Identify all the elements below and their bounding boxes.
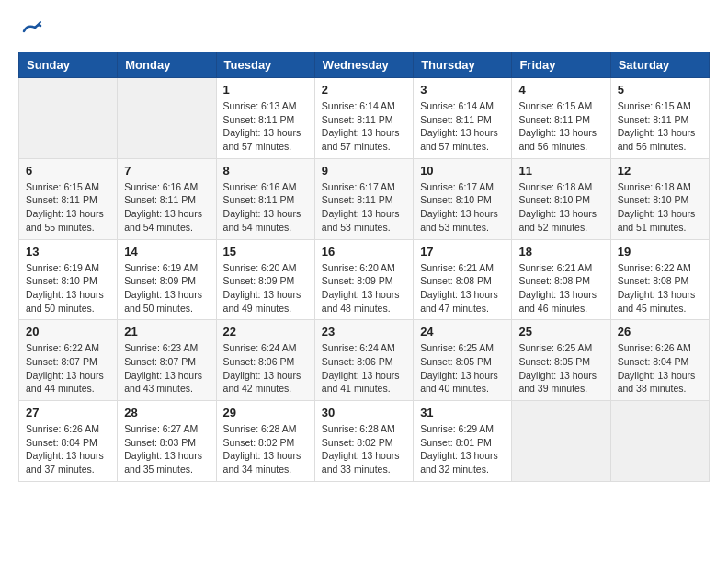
day-info: Sunrise: 6:24 AM Sunset: 8:06 PM Dayligh… (322, 341, 406, 396)
weekday-header: Thursday (414, 52, 512, 78)
day-info: Sunrise: 6:19 AM Sunset: 8:09 PM Dayligh… (124, 261, 209, 316)
day-info: Sunrise: 6:21 AM Sunset: 8:08 PM Dayligh… (518, 261, 603, 316)
calendar-cell: 1Sunrise: 6:13 AM Sunset: 8:11 PM Daylig… (216, 78, 314, 159)
day-info: Sunrise: 6:22 AM Sunset: 8:07 PM Dayligh… (26, 341, 110, 396)
day-number: 4 (518, 83, 603, 97)
day-info: Sunrise: 6:23 AM Sunset: 8:07 PM Dayligh… (124, 341, 209, 396)
day-info: Sunrise: 6:19 AM Sunset: 8:10 PM Dayligh… (26, 261, 110, 316)
day-number: 2 (322, 83, 406, 97)
calendar-cell: 22Sunrise: 6:24 AM Sunset: 8:06 PM Dayli… (216, 320, 314, 401)
day-number: 9 (322, 164, 406, 178)
day-info: Sunrise: 6:15 AM Sunset: 8:11 PM Dayligh… (618, 99, 702, 154)
calendar-cell: 6Sunrise: 6:15 AM Sunset: 8:11 PM Daylig… (19, 158, 118, 239)
calendar-cell: 24Sunrise: 6:25 AM Sunset: 8:05 PM Dayli… (414, 320, 512, 401)
day-number: 1 (223, 83, 308, 97)
day-info: Sunrise: 6:26 AM Sunset: 8:04 PM Dayligh… (26, 422, 110, 477)
day-info: Sunrise: 6:17 AM Sunset: 8:11 PM Dayligh… (322, 180, 406, 235)
day-info: Sunrise: 6:13 AM Sunset: 8:11 PM Dayligh… (223, 99, 308, 154)
day-number: 31 (420, 406, 505, 419)
calendar-cell (512, 401, 610, 482)
calendar-cell: 29Sunrise: 6:28 AM Sunset: 8:02 PM Dayli… (216, 401, 314, 482)
calendar-cell: 30Sunrise: 6:28 AM Sunset: 8:02 PM Dayli… (314, 401, 413, 482)
calendar-cell: 3Sunrise: 6:14 AM Sunset: 8:11 PM Daylig… (414, 78, 512, 159)
day-number: 11 (518, 164, 603, 178)
day-number: 23 (322, 325, 406, 339)
day-info: Sunrise: 6:21 AM Sunset: 8:08 PM Dayligh… (420, 261, 505, 316)
day-info: Sunrise: 6:25 AM Sunset: 8:05 PM Dayligh… (420, 341, 505, 396)
day-info: Sunrise: 6:26 AM Sunset: 8:04 PM Dayligh… (618, 341, 702, 396)
day-number: 17 (420, 245, 505, 259)
calendar-cell: 25Sunrise: 6:25 AM Sunset: 8:05 PM Dayli… (512, 320, 610, 401)
day-info: Sunrise: 6:14 AM Sunset: 8:11 PM Dayligh… (420, 99, 505, 154)
day-number: 20 (26, 325, 110, 339)
day-number: 15 (223, 245, 308, 259)
weekday-header: Wednesday (314, 52, 413, 78)
day-info: Sunrise: 6:24 AM Sunset: 8:06 PM Dayligh… (223, 341, 308, 396)
calendar-week-row: 27Sunrise: 6:26 AM Sunset: 8:04 PM Dayli… (19, 401, 710, 482)
day-number: 5 (618, 83, 702, 97)
logo (18, 18, 42, 37)
calendar-cell: 7Sunrise: 6:16 AM Sunset: 8:11 PM Daylig… (118, 158, 216, 239)
calendar-cell: 9Sunrise: 6:17 AM Sunset: 8:11 PM Daylig… (314, 158, 413, 239)
day-number: 8 (223, 164, 308, 178)
day-info: Sunrise: 6:27 AM Sunset: 8:03 PM Dayligh… (124, 422, 209, 477)
day-info: Sunrise: 6:17 AM Sunset: 8:10 PM Dayligh… (420, 180, 505, 235)
day-number: 28 (124, 406, 209, 419)
calendar-cell: 16Sunrise: 6:20 AM Sunset: 8:09 PM Dayli… (314, 239, 413, 320)
day-number: 12 (618, 164, 702, 178)
day-info: Sunrise: 6:16 AM Sunset: 8:11 PM Dayligh… (223, 180, 308, 235)
day-info: Sunrise: 6:28 AM Sunset: 8:02 PM Dayligh… (322, 422, 406, 477)
day-number: 19 (618, 245, 702, 259)
calendar-cell: 15Sunrise: 6:20 AM Sunset: 8:09 PM Dayli… (216, 239, 314, 320)
calendar-week-row: 6Sunrise: 6:15 AM Sunset: 8:11 PM Daylig… (19, 158, 710, 239)
calendar-table: SundayMondayTuesdayWednesdayThursdayFrid… (18, 52, 710, 482)
calendar-week-row: 13Sunrise: 6:19 AM Sunset: 8:10 PM Dayli… (19, 239, 710, 320)
day-number: 29 (223, 406, 308, 419)
day-info: Sunrise: 6:18 AM Sunset: 8:10 PM Dayligh… (618, 180, 702, 235)
day-info: Sunrise: 6:20 AM Sunset: 8:09 PM Dayligh… (223, 261, 308, 316)
calendar-cell: 26Sunrise: 6:26 AM Sunset: 8:04 PM Dayli… (610, 320, 709, 401)
calendar-cell: 11Sunrise: 6:18 AM Sunset: 8:10 PM Dayli… (512, 158, 610, 239)
calendar-week-row: 20Sunrise: 6:22 AM Sunset: 8:07 PM Dayli… (19, 320, 710, 401)
calendar-cell (118, 78, 216, 159)
calendar-cell: 28Sunrise: 6:27 AM Sunset: 8:03 PM Dayli… (118, 401, 216, 482)
weekday-header: Friday (512, 52, 610, 78)
day-number: 26 (618, 325, 702, 339)
calendar-week-row: 1Sunrise: 6:13 AM Sunset: 8:11 PM Daylig… (19, 78, 710, 159)
calendar-cell: 13Sunrise: 6:19 AM Sunset: 8:10 PM Dayli… (19, 239, 118, 320)
day-info: Sunrise: 6:15 AM Sunset: 8:11 PM Dayligh… (26, 180, 110, 235)
day-number: 10 (420, 164, 505, 178)
calendar-cell: 20Sunrise: 6:22 AM Sunset: 8:07 PM Dayli… (19, 320, 118, 401)
logo-icon (20, 18, 42, 40)
calendar-cell (610, 401, 709, 482)
day-number: 7 (124, 164, 209, 178)
day-number: 25 (518, 325, 603, 339)
day-number: 16 (322, 245, 406, 259)
day-info: Sunrise: 6:18 AM Sunset: 8:10 PM Dayligh… (518, 180, 603, 235)
day-number: 27 (26, 406, 110, 419)
calendar-cell: 21Sunrise: 6:23 AM Sunset: 8:07 PM Dayli… (118, 320, 216, 401)
calendar-cell: 2Sunrise: 6:14 AM Sunset: 8:11 PM Daylig… (314, 78, 413, 159)
calendar-cell (19, 78, 118, 159)
calendar-cell: 8Sunrise: 6:16 AM Sunset: 8:11 PM Daylig… (216, 158, 314, 239)
calendar-cell: 5Sunrise: 6:15 AM Sunset: 8:11 PM Daylig… (610, 78, 709, 159)
day-info: Sunrise: 6:22 AM Sunset: 8:08 PM Dayligh… (618, 261, 702, 316)
calendar-cell: 12Sunrise: 6:18 AM Sunset: 8:10 PM Dayli… (610, 158, 709, 239)
day-info: Sunrise: 6:25 AM Sunset: 8:05 PM Dayligh… (518, 341, 603, 396)
calendar-cell: 23Sunrise: 6:24 AM Sunset: 8:06 PM Dayli… (314, 320, 413, 401)
day-number: 6 (26, 164, 110, 178)
calendar-cell: 14Sunrise: 6:19 AM Sunset: 8:09 PM Dayli… (118, 239, 216, 320)
calendar-cell: 31Sunrise: 6:29 AM Sunset: 8:01 PM Dayli… (414, 401, 512, 482)
day-number: 24 (420, 325, 505, 339)
weekday-header: Sunday (19, 52, 118, 78)
weekday-header: Monday (118, 52, 216, 78)
day-number: 13 (26, 245, 110, 259)
day-number: 22 (223, 325, 308, 339)
day-info: Sunrise: 6:15 AM Sunset: 8:11 PM Dayligh… (518, 99, 603, 154)
weekday-header: Tuesday (216, 52, 314, 78)
day-info: Sunrise: 6:29 AM Sunset: 8:01 PM Dayligh… (420, 422, 505, 477)
calendar-cell: 17Sunrise: 6:21 AM Sunset: 8:08 PM Dayli… (414, 239, 512, 320)
day-info: Sunrise: 6:14 AM Sunset: 8:11 PM Dayligh… (322, 99, 406, 154)
day-info: Sunrise: 6:20 AM Sunset: 8:09 PM Dayligh… (322, 261, 406, 316)
day-number: 30 (322, 406, 406, 419)
